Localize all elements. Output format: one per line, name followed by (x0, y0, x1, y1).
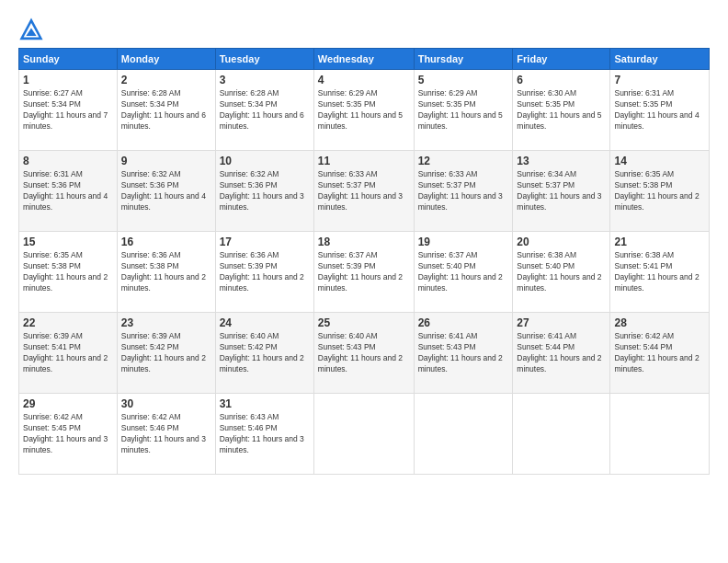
day-number: 9 (121, 155, 211, 167)
calendar-cell (414, 394, 513, 475)
day-number: 21 (614, 236, 705, 248)
calendar-cell: 22Sunrise: 6:39 AMSunset: 5:41 PMDayligh… (19, 313, 118, 394)
day-info: Sunrise: 6:40 AMSunset: 5:42 PMDaylight:… (220, 331, 310, 375)
calendar-cell: 16Sunrise: 6:36 AMSunset: 5:38 PMDayligh… (117, 232, 215, 313)
day-header-monday: Monday (117, 49, 215, 70)
calendar-cell: 6Sunrise: 6:30 AMSunset: 5:35 PMDaylight… (513, 70, 610, 151)
calendar-cell: 20Sunrise: 6:38 AMSunset: 5:40 PMDayligh… (513, 232, 610, 313)
day-info: Sunrise: 6:41 AMSunset: 5:44 PMDaylight:… (517, 331, 606, 375)
calendar: SundayMondayTuesdayWednesdayThursdayFrid… (18, 48, 710, 475)
day-info: Sunrise: 6:39 AMSunset: 5:41 PMDaylight:… (23, 331, 113, 375)
day-number: 4 (318, 74, 410, 86)
calendar-cell: 19Sunrise: 6:37 AMSunset: 5:40 PMDayligh… (414, 232, 513, 313)
day-number: 29 (23, 397, 113, 410)
day-info: Sunrise: 6:34 AMSunset: 5:37 PMDaylight:… (517, 169, 606, 213)
calendar-cell: 8Sunrise: 6:31 AMSunset: 5:36 PMDaylight… (19, 151, 118, 232)
calendar-cell: 3Sunrise: 6:28 AMSunset: 5:34 PMDaylight… (215, 70, 313, 151)
calendar-cell: 31Sunrise: 6:43 AMSunset: 5:46 PMDayligh… (215, 394, 313, 475)
day-number: 7 (614, 74, 705, 86)
day-number: 1 (23, 74, 113, 86)
day-number: 2 (121, 74, 211, 86)
day-info: Sunrise: 6:41 AMSunset: 5:43 PMDaylight:… (418, 331, 509, 375)
day-info: Sunrise: 6:29 AMSunset: 5:35 PMDaylight:… (418, 88, 509, 132)
day-number: 27 (517, 316, 606, 329)
page: SundayMondayTuesdayWednesdayThursdayFrid… (0, 0, 728, 563)
day-number: 15 (23, 236, 113, 248)
day-number: 6 (517, 74, 606, 86)
day-number: 20 (517, 236, 606, 248)
day-info: Sunrise: 6:43 AMSunset: 5:46 PMDaylight:… (220, 412, 310, 456)
day-header-friday: Friday (513, 49, 610, 70)
week-row: 29Sunrise: 6:42 AMSunset: 5:45 PMDayligh… (19, 394, 710, 475)
day-number: 17 (220, 236, 310, 248)
calendar-cell: 5Sunrise: 6:29 AMSunset: 5:35 PMDaylight… (414, 70, 513, 151)
calendar-cell: 13Sunrise: 6:34 AMSunset: 5:37 PMDayligh… (513, 151, 610, 232)
day-info: Sunrise: 6:33 AMSunset: 5:37 PMDaylight:… (318, 169, 410, 213)
week-row: 15Sunrise: 6:35 AMSunset: 5:38 PMDayligh… (19, 232, 710, 313)
calendar-cell: 14Sunrise: 6:35 AMSunset: 5:38 PMDayligh… (610, 151, 710, 232)
calendar-cell (313, 394, 414, 475)
day-number: 28 (614, 316, 705, 329)
day-info: Sunrise: 6:35 AMSunset: 5:38 PMDaylight:… (614, 169, 705, 213)
calendar-cell: 7Sunrise: 6:31 AMSunset: 5:35 PMDaylight… (610, 70, 710, 151)
day-number: 26 (418, 316, 509, 329)
calendar-cell: 18Sunrise: 6:37 AMSunset: 5:39 PMDayligh… (313, 232, 414, 313)
calendar-cell: 4Sunrise: 6:29 AMSunset: 5:35 PMDaylight… (313, 70, 414, 151)
calendar-cell: 30Sunrise: 6:42 AMSunset: 5:46 PMDayligh… (117, 394, 215, 475)
calendar-cell: 9Sunrise: 6:32 AMSunset: 5:36 PMDaylight… (117, 151, 215, 232)
day-info: Sunrise: 6:28 AMSunset: 5:34 PMDaylight:… (121, 88, 211, 132)
day-info: Sunrise: 6:28 AMSunset: 5:34 PMDaylight:… (220, 88, 310, 132)
day-info: Sunrise: 6:32 AMSunset: 5:36 PMDaylight:… (220, 169, 310, 213)
calendar-cell: 11Sunrise: 6:33 AMSunset: 5:37 PMDayligh… (313, 151, 414, 232)
day-info: Sunrise: 6:39 AMSunset: 5:42 PMDaylight:… (121, 331, 211, 375)
day-number: 25 (318, 316, 410, 329)
day-info: Sunrise: 6:37 AMSunset: 5:39 PMDaylight:… (318, 250, 410, 294)
day-number: 23 (121, 316, 211, 329)
day-number: 19 (418, 236, 509, 248)
day-info: Sunrise: 6:30 AMSunset: 5:35 PMDaylight:… (517, 88, 606, 132)
day-number: 18 (318, 236, 410, 248)
day-number: 13 (517, 155, 606, 167)
day-number: 30 (121, 397, 211, 410)
calendar-cell: 26Sunrise: 6:41 AMSunset: 5:43 PMDayligh… (414, 313, 513, 394)
calendar-cell (610, 394, 710, 475)
day-info: Sunrise: 6:32 AMSunset: 5:36 PMDaylight:… (121, 169, 211, 213)
calendar-cell: 29Sunrise: 6:42 AMSunset: 5:45 PMDayligh… (19, 394, 118, 475)
day-number: 16 (121, 236, 211, 248)
calendar-cell: 1Sunrise: 6:27 AMSunset: 5:34 PMDaylight… (19, 70, 118, 151)
day-header-wednesday: Wednesday (313, 49, 414, 70)
day-info: Sunrise: 6:42 AMSunset: 5:46 PMDaylight:… (121, 412, 211, 456)
day-info: Sunrise: 6:38 AMSunset: 5:41 PMDaylight:… (614, 250, 705, 294)
calendar-cell: 2Sunrise: 6:28 AMSunset: 5:34 PMDaylight… (117, 70, 215, 151)
day-info: Sunrise: 6:33 AMSunset: 5:37 PMDaylight:… (418, 169, 509, 213)
calendar-cell (513, 394, 610, 475)
day-info: Sunrise: 6:27 AMSunset: 5:34 PMDaylight:… (23, 88, 113, 132)
day-number: 31 (220, 397, 310, 410)
calendar-cell: 17Sunrise: 6:36 AMSunset: 5:39 PMDayligh… (215, 232, 313, 313)
day-info: Sunrise: 6:36 AMSunset: 5:38 PMDaylight:… (121, 250, 211, 294)
logo-icon (18, 17, 44, 42)
day-header-tuesday: Tuesday (215, 49, 313, 70)
day-info: Sunrise: 6:35 AMSunset: 5:38 PMDaylight:… (23, 250, 113, 294)
calendar-cell: 10Sunrise: 6:32 AMSunset: 5:36 PMDayligh… (215, 151, 313, 232)
day-info: Sunrise: 6:36 AMSunset: 5:39 PMDaylight:… (220, 250, 310, 294)
calendar-cell: 15Sunrise: 6:35 AMSunset: 5:38 PMDayligh… (19, 232, 118, 313)
day-header-thursday: Thursday (414, 49, 513, 70)
day-number: 24 (220, 316, 310, 329)
day-info: Sunrise: 6:29 AMSunset: 5:35 PMDaylight:… (318, 88, 410, 132)
day-info: Sunrise: 6:31 AMSunset: 5:35 PMDaylight:… (614, 88, 705, 132)
day-info: Sunrise: 6:40 AMSunset: 5:43 PMDaylight:… (318, 331, 410, 375)
day-number: 12 (418, 155, 509, 167)
day-number: 10 (220, 155, 310, 167)
calendar-cell: 25Sunrise: 6:40 AMSunset: 5:43 PMDayligh… (313, 313, 414, 394)
calendar-cell: 21Sunrise: 6:38 AMSunset: 5:41 PMDayligh… (610, 232, 710, 313)
calendar-cell: 23Sunrise: 6:39 AMSunset: 5:42 PMDayligh… (117, 313, 215, 394)
day-info: Sunrise: 6:42 AMSunset: 5:45 PMDaylight:… (23, 412, 113, 456)
week-row: 1Sunrise: 6:27 AMSunset: 5:34 PMDaylight… (19, 70, 710, 151)
day-number: 5 (418, 74, 509, 86)
day-number: 3 (220, 74, 310, 86)
header (18, 17, 710, 42)
day-number: 22 (23, 316, 113, 329)
day-header-sunday: Sunday (19, 49, 118, 70)
day-number: 11 (318, 155, 410, 167)
